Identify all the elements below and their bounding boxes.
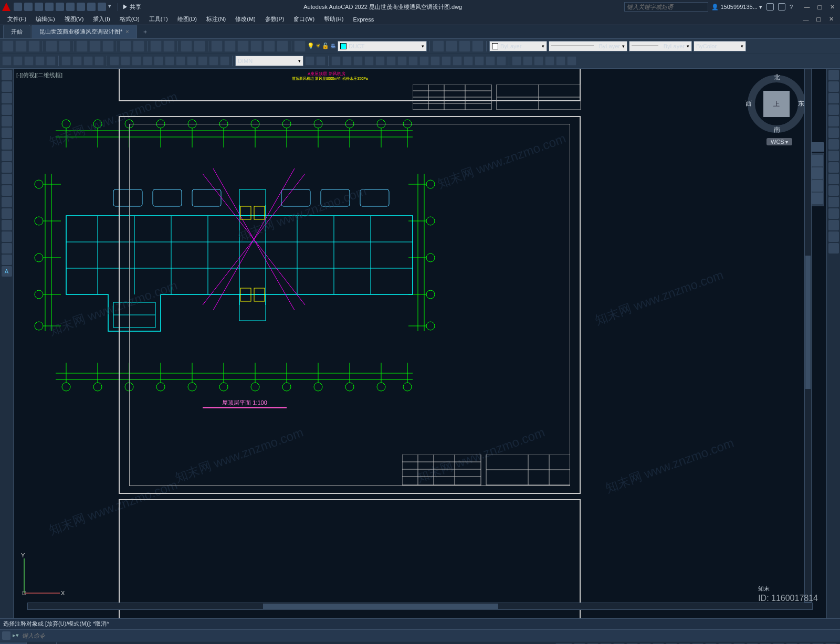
tb-undo-icon[interactable] (150, 40, 162, 52)
mod-scale-icon[interactable] (408, 56, 418, 66)
lt-ellipse-icon[interactable] (2, 174, 12, 184)
view-3dorbit-icon[interactable] (523, 56, 532, 66)
rt-copy-icon[interactable] (828, 81, 839, 92)
tb-plot-icon[interactable] (46, 40, 57, 52)
maximize-button[interactable]: ▢ (814, 2, 825, 12)
share-button[interactable]: ▶ 共享 (118, 3, 141, 11)
tb-layerstate-icon[interactable] (472, 40, 484, 52)
wcs-label[interactable]: WCS ▾ (766, 138, 792, 145)
draw-ellipse-icon[interactable] (94, 56, 104, 66)
menu-insert[interactable]: 插入(I) (89, 14, 114, 24)
mod-explode-icon[interactable] (497, 56, 506, 66)
lt-pline-icon[interactable] (2, 93, 12, 103)
qat-saveas-icon[interactable] (45, 3, 54, 11)
tb-redo-icon[interactable] (163, 40, 175, 52)
tb-zoom-icon[interactable] (194, 40, 205, 52)
rt-offset-icon[interactable] (828, 104, 839, 115)
tb-cut-icon[interactable] (76, 40, 88, 52)
tb-new-icon[interactable] (2, 40, 14, 52)
help-icon[interactable]: ? (790, 4, 793, 10)
view-vs-icon[interactable] (556, 56, 565, 66)
command-prompt-icon[interactable] (2, 631, 10, 640)
rt-explode-icon[interactable] (828, 243, 839, 254)
tb-block-icon[interactable] (133, 40, 144, 52)
viewcube[interactable]: 上 北 南 西 东 WCS ▾ (748, 75, 805, 133)
qat-undo-icon[interactable] (87, 3, 96, 11)
menu-edit[interactable]: 编辑(E) (32, 14, 59, 24)
draw-xline-icon[interactable] (35, 56, 45, 66)
linetype-combo[interactable]: ByLayer▾ (549, 41, 627, 51)
qat-redo-icon[interactable] (98, 3, 106, 11)
view-regen-icon[interactable] (567, 56, 576, 66)
menu-param[interactable]: 参数(P) (261, 14, 289, 24)
cart-icon[interactable] (766, 3, 774, 10)
mod-extend-icon[interactable] (442, 56, 451, 66)
mod-fillet-icon[interactable] (486, 56, 495, 66)
menu-modify[interactable]: 修改(M) (231, 14, 260, 24)
tb-qcalc-icon[interactable] (277, 40, 288, 52)
lt-revcloud-icon[interactable] (2, 151, 12, 161)
draw-spline-icon[interactable] (83, 56, 93, 66)
tab-document[interactable]: 昆山世茂商业楼通风空调设计图*× (32, 25, 137, 38)
menu-dim[interactable]: 标注(N) (202, 14, 230, 24)
layer-sun-icon[interactable]: ☀ (316, 43, 321, 49)
menu-help[interactable]: 帮助(H) (320, 14, 348, 24)
mod-join-icon[interactable] (464, 56, 473, 66)
lt-block-icon[interactable] (2, 197, 12, 207)
lt-polygon-icon[interactable] (2, 104, 12, 115)
signin-user[interactable]: 👤 1505999135... ▾ (711, 4, 762, 10)
lt-point-icon[interactable] (2, 208, 12, 219)
view-named-icon[interactable] (512, 56, 521, 66)
menu-tools[interactable]: 工具(T) (145, 14, 172, 24)
tb-copy-icon[interactable] (89, 40, 101, 52)
a360-icon[interactable] (778, 3, 785, 10)
view-render-icon[interactable] (545, 56, 554, 66)
lt-region-icon[interactable] (2, 243, 12, 254)
draw-mline-icon[interactable] (46, 56, 56, 66)
draw-ray-icon[interactable] (24, 56, 34, 66)
nav-zoomext-icon[interactable] (812, 167, 823, 179)
lineweight-combo[interactable]: ByLayer▾ (629, 41, 692, 51)
draw-circle-icon[interactable] (72, 56, 82, 66)
rt-trim-icon[interactable] (828, 174, 839, 184)
tb-dc-icon[interactable] (224, 40, 236, 52)
lt-gradient-icon[interactable] (2, 231, 12, 242)
tb-open-icon[interactable] (15, 40, 27, 52)
rt-scale-icon[interactable] (828, 151, 839, 161)
lt-arc-icon[interactable] (2, 128, 12, 138)
mod-trim-icon[interactable] (430, 56, 440, 66)
lt-mtext-icon[interactable]: A (2, 266, 12, 277)
nav-orbit-icon[interactable] (812, 180, 823, 192)
mod-move-icon[interactable] (386, 56, 396, 66)
nav-showmotion-icon[interactable] (812, 193, 823, 204)
dim-linear-icon[interactable] (110, 56, 119, 66)
help-search-input[interactable] (624, 2, 708, 12)
rt-stretch-icon[interactable] (828, 162, 839, 173)
qat-open-icon[interactable] (24, 3, 33, 11)
rt-extend-icon[interactable] (828, 185, 839, 196)
nav-pan-icon[interactable] (812, 155, 823, 166)
close-button[interactable]: ✕ (826, 2, 838, 12)
menu-express[interactable]: Express (349, 15, 378, 24)
mod-offset-icon[interactable] (364, 56, 374, 66)
draw-arc-icon[interactable] (61, 56, 71, 66)
dim-ord-icon[interactable] (165, 56, 174, 66)
dim-angular-icon[interactable] (132, 56, 141, 66)
layer-lock-icon[interactable]: 🔓 (322, 43, 329, 49)
mod-stretch-icon[interactable] (419, 56, 429, 66)
tb-pan-icon[interactable] (181, 40, 192, 52)
doc-minimize-button[interactable]: — (800, 15, 812, 24)
tb-layermatch-icon[interactable] (459, 40, 470, 52)
qat-save-icon[interactable] (35, 3, 43, 11)
rt-rotate-icon[interactable] (828, 139, 839, 150)
doc-restore-button[interactable]: ▢ (813, 15, 824, 24)
lt-spline-icon[interactable] (2, 162, 12, 173)
dim-update-icon[interactable] (305, 56, 314, 66)
lt-rect-icon[interactable] (2, 116, 12, 126)
tb-save-icon[interactable] (28, 40, 40, 52)
dim-tol-icon[interactable] (209, 56, 218, 66)
rt-fillet-icon[interactable] (828, 231, 839, 242)
navbar-wheel-icon[interactable] (810, 142, 824, 152)
dim-style-icon[interactable] (316, 56, 326, 66)
color-combo[interactable]: ByLayer▾ (489, 41, 547, 51)
